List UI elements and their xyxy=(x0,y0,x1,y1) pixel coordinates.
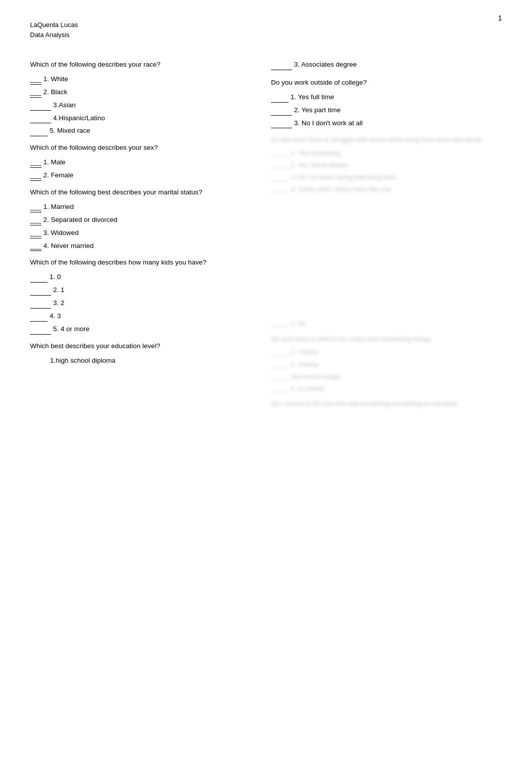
education-section: Which best describes your education leve… xyxy=(30,342,256,366)
option-label: 3. Associates degree xyxy=(294,60,357,70)
blank xyxy=(30,286,51,296)
option-label: 5. 4 or more xyxy=(53,325,90,334)
left-column: Which of the following describes your ra… xyxy=(30,60,266,411)
blank xyxy=(30,126,48,136)
blank xyxy=(271,119,292,129)
list-item: ___ 2. Female xyxy=(30,171,256,181)
list-item: ___ 2. Black xyxy=(30,88,256,98)
blurred-option: _____ 1. Choice xyxy=(271,348,502,357)
blurred-option: _____ 1. 80 xyxy=(271,319,502,328)
race-question: Which of the following describes your ra… xyxy=(30,60,256,70)
blank: ___ xyxy=(30,171,42,181)
blank: ___ xyxy=(30,215,42,225)
sex-section: Which of the following describes your se… xyxy=(30,143,256,181)
work-section: Do you work outside of college? 1. Yes f… xyxy=(271,78,502,129)
blurred-section-2: _____ 1. 80 Do you have a wish to do mak… xyxy=(271,319,502,408)
blurred-option: _____ 3rd choice longer xyxy=(271,372,502,381)
option-label: 1. 0 xyxy=(50,273,61,282)
list-item: 4.Hispanic/Latino xyxy=(30,114,256,124)
blurred-option: _____ 1. Yes something xyxy=(271,149,502,158)
option-label: 3. Widowed xyxy=(44,228,79,238)
list-item: 1. 0 xyxy=(30,273,256,283)
kids-section: Which of the following describes how man… xyxy=(30,258,256,334)
blank xyxy=(30,101,51,111)
option-label: 1. White xyxy=(44,75,69,84)
sex-options: ___ 1. Male ___ 2. Female xyxy=(30,158,256,181)
sex-question: Which of the following describes your se… xyxy=(30,143,256,153)
blank: ___ xyxy=(30,158,42,168)
list-item: 4. 3 xyxy=(30,312,256,322)
blurred-option: _____ 4. Some other choice here the one xyxy=(271,185,502,194)
option-label: 2. Separated or divorced xyxy=(44,215,118,225)
blurred-question: Do you ever have to struggle with some s… xyxy=(271,135,502,144)
associates-option: 3. Associates degree xyxy=(271,60,502,70)
list-item: ___ 1. White xyxy=(30,75,256,85)
education-options: 1.high school diploma xyxy=(30,356,256,366)
option-label: 2. 1 xyxy=(53,286,65,295)
option-label: 3. 2 xyxy=(53,299,65,308)
list-item: 3.Asian xyxy=(30,101,256,111)
blank xyxy=(271,93,289,103)
header-subtitle: Data Analysis xyxy=(30,30,78,40)
list-item: ___ 4. Never married xyxy=(30,241,256,251)
header: LaQuenta Lucas Data Analysis xyxy=(30,20,78,40)
option-label: 2. Black xyxy=(44,88,68,97)
blank xyxy=(30,299,51,309)
blank: ___ xyxy=(30,202,42,212)
list-item: 3. No I don't work at all xyxy=(271,119,502,129)
kids-question: Which of the following describes how man… xyxy=(30,258,256,268)
page: 1 LaQuenta Lucas Data Analysis Which of … xyxy=(0,0,532,782)
option-label: 5. Mixed race xyxy=(50,126,90,136)
work-options: 1. Yes full time 2. Yes part time 3. No … xyxy=(271,93,502,129)
marital-question: Which of the following best describes yo… xyxy=(30,188,256,197)
blank: ___ xyxy=(30,228,42,238)
marital-section: Which of the following best describes yo… xyxy=(30,188,256,251)
race-section: Which of the following describes your ra… xyxy=(30,60,256,136)
blank xyxy=(271,60,292,70)
page-number: 1 xyxy=(498,14,502,22)
option-label: 4.Hispanic/Latino xyxy=(53,114,105,123)
option-label: 1. Yes full time xyxy=(291,93,334,102)
list-item: 1.high school diploma xyxy=(30,356,256,366)
blank xyxy=(30,312,48,322)
option-label: 1. Married xyxy=(44,202,74,212)
blank: ___ xyxy=(30,88,42,98)
list-item: ___ 1. Married xyxy=(30,202,256,212)
list-item: 5. Mixed race xyxy=(30,126,256,136)
blurred-question-2: Do you have a wish to do make and someth… xyxy=(271,335,502,344)
blank: ___ xyxy=(30,75,42,85)
blurred-option: _____ 2. Yes Some details xyxy=(271,161,502,170)
list-item: ___ 1. Male xyxy=(30,158,256,168)
blurred-section-1: Do you ever have to struggle with some s… xyxy=(271,135,502,194)
list-item: ___ 2. Separated or divorced xyxy=(30,215,256,225)
blurred-option: _____ 4. or choice xyxy=(271,384,502,393)
blank xyxy=(30,114,51,124)
option-label: 4. 3 xyxy=(50,312,61,321)
blank: ___ xyxy=(30,241,42,251)
list-item: 5. 4 or more xyxy=(30,325,256,335)
list-item: ___ 3. Widowed xyxy=(30,228,256,238)
list-item: 2. Yes part time xyxy=(271,106,502,116)
blurred-question-3: Do I submit to Do you this and something… xyxy=(271,399,502,408)
option-label: 2. Yes part time xyxy=(294,106,341,115)
header-name: LaQuenta Lucas xyxy=(30,20,78,30)
education-question: Which best describes your education leve… xyxy=(30,342,256,351)
option-label: 1. Male xyxy=(44,158,66,167)
option-label: 3.Asian xyxy=(53,101,76,110)
marital-options: ___ 1. Married ___ 2. Separated or divor… xyxy=(30,202,256,251)
blank xyxy=(30,325,51,335)
option-label: 1.high school diploma xyxy=(50,356,116,366)
blank xyxy=(30,273,48,283)
option-label: 3. No I don't work at all xyxy=(294,119,363,128)
kids-options: 1. 0 2. 1 3. 2 4. 3 xyxy=(30,273,256,334)
work-question: Do you work outside of college? xyxy=(271,78,502,88)
right-column: 3. Associates degree Do you work outside… xyxy=(266,60,502,411)
list-item: 3. 2 xyxy=(30,299,256,309)
list-item: 2. 1 xyxy=(30,286,256,296)
blurred-option: _____ 2. Choice xyxy=(271,360,502,369)
race-options: ___ 1. White ___ 2. Black 3.Asian 4.H xyxy=(30,75,256,136)
blurred-option: _____ 3. No I'm never doing that thing h… xyxy=(271,173,502,182)
option-label: 4. Never married xyxy=(44,241,94,251)
blank xyxy=(271,106,292,116)
list-item: 1. Yes full time xyxy=(271,93,502,103)
